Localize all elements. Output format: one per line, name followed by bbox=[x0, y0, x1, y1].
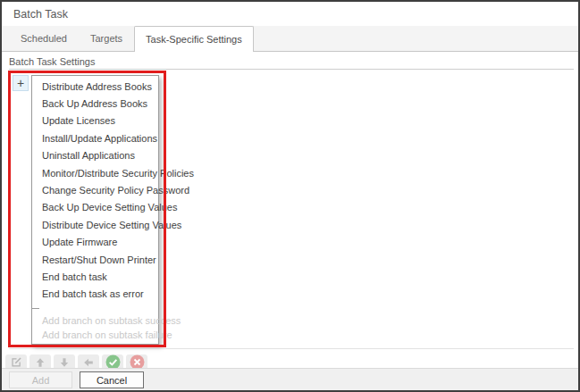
tab-label: Task-Specific Settings bbox=[146, 34, 242, 45]
menu-item-disabled: Add branch on subtask failure bbox=[32, 328, 158, 342]
menu-item[interactable]: Distribute Address Books bbox=[32, 78, 158, 95]
menu-item[interactable]: Install/Update Applications bbox=[32, 129, 158, 146]
menu-item[interactable]: Distribute Device Setting Values bbox=[32, 216, 158, 233]
dialog-title: Batch Task bbox=[13, 8, 68, 21]
plus-icon: + bbox=[17, 77, 24, 89]
menu-item[interactable]: Monitor/Distribute Security Policies bbox=[32, 164, 158, 181]
tab-bar: Scheduled Targets Task-Specific Settings bbox=[2, 26, 578, 52]
tab-content: Batch Task Settings + Distribute Address… bbox=[2, 52, 578, 390]
tab-label: Targets bbox=[90, 33, 122, 44]
batch-task-dialog: Batch Task Scheduled Targets Task-Specif… bbox=[0, 0, 580, 392]
top-divider bbox=[9, 69, 574, 70]
tab-task-specific-settings[interactable]: Task-Specific Settings bbox=[134, 26, 254, 52]
add-button[interactable]: Add bbox=[9, 371, 72, 388]
tab-scheduled[interactable]: Scheduled bbox=[9, 26, 79, 51]
menu-separator bbox=[32, 303, 158, 313]
menu-item[interactable]: End batch task as error bbox=[32, 286, 158, 303]
tab-targets[interactable]: Targets bbox=[79, 26, 134, 51]
task-type-menu: Distribute Address Books Back Up Address… bbox=[31, 75, 159, 345]
add-subtask-button[interactable]: + bbox=[13, 75, 29, 91]
menu-item[interactable]: Change Security Policy Password bbox=[32, 181, 158, 198]
menu-item[interactable]: Back Up Address Books bbox=[32, 95, 158, 112]
menu-item[interactable]: Restart/Shut Down Printer bbox=[32, 251, 158, 268]
menu-item[interactable]: Uninstall Applications bbox=[32, 147, 158, 164]
menu-item-disabled: Add branch on subtask success bbox=[32, 313, 158, 328]
titlebar: Batch Task bbox=[2, 2, 578, 26]
cancel-button[interactable]: Cancel bbox=[80, 371, 144, 388]
bottom-divider bbox=[9, 348, 574, 349]
menu-item[interactable]: Back Up Device Setting Values bbox=[32, 199, 158, 216]
dialog-footer: Add Cancel bbox=[2, 368, 578, 390]
menu-item[interactable]: Update Licenses bbox=[32, 113, 158, 129]
tab-label: Scheduled bbox=[21, 33, 67, 44]
section-label: Batch Task Settings bbox=[9, 56, 95, 67]
menu-item[interactable]: End batch task bbox=[32, 268, 158, 285]
menu-item[interactable]: Update Firmware bbox=[32, 234, 158, 251]
